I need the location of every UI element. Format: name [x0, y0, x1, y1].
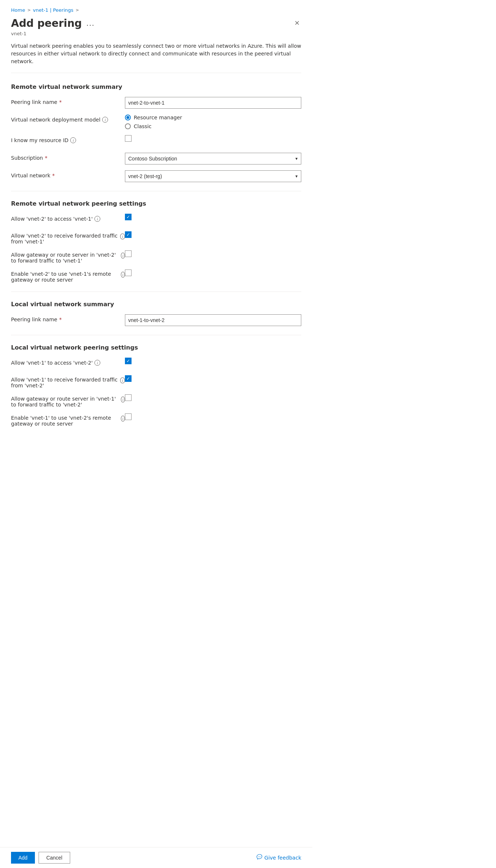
give-feedback-label[interactable]: Give feedback — [265, 855, 301, 861]
local-allow-gateway-checkbox[interactable] — [125, 394, 132, 401]
divider-1 — [11, 191, 301, 191]
remote-allow-access-control — [125, 214, 301, 220]
local-peering-link-input[interactable] — [125, 314, 301, 326]
allow-gateway-info-icon[interactable]: i — [121, 253, 125, 258]
remote-allow-forwarded-label: Allow 'vnet-2' to receive forwarded traf… — [11, 231, 125, 245]
page-header: Add peering ... × — [11, 17, 301, 29]
svg-point-1 — [259, 857, 260, 857]
divider-3 — [11, 335, 301, 335]
local-allow-access-checkbox[interactable] — [125, 358, 132, 364]
radio-resource-manager-label: Resource manager — [134, 115, 182, 120]
local-enable-gateway-row: Enable 'vnet-1' to use 'vnet-2's remote … — [11, 413, 301, 427]
subscription-label: Subscription * — [11, 153, 125, 161]
deployment-model-info-icon[interactable]: i — [102, 117, 108, 123]
remote-peering-settings-title: Remote virtual network peering settings — [11, 200, 301, 207]
local-peering-required-star: * — [59, 317, 62, 322]
enable-gateway-info-icon[interactable]: i — [121, 272, 125, 278]
subscription-select[interactable]: Contoso Subscription — [125, 153, 301, 164]
local-enable-gateway-label: Enable 'vnet-1' to use 'vnet-2's remote … — [11, 413, 125, 427]
local-enable-gateway-control — [125, 413, 301, 420]
deployment-model-control: Resource manager Classic — [125, 115, 301, 129]
resource-id-control — [125, 135, 301, 142]
remote-peering-link-input[interactable] — [125, 97, 301, 109]
subscription-control: Contoso Subscription ▾ — [125, 153, 301, 164]
deployment-model-label: Virtual network deployment model i — [11, 115, 125, 123]
remote-allow-access-checkbox[interactable] — [125, 214, 132, 220]
local-allow-forwarded-info-icon[interactable]: i — [120, 377, 125, 383]
resource-id-checkbox[interactable] — [125, 135, 132, 142]
local-allow-access-info-icon[interactable]: i — [94, 360, 100, 366]
local-allow-gateway-row: Allow gateway or route server in 'vnet-1… — [11, 394, 301, 408]
remote-allow-access-row: Allow 'vnet-2' to access 'vnet-1' i — [11, 214, 301, 225]
vnet-select[interactable]: vnet-2 (test-rg) — [125, 170, 301, 182]
vnet-required-star: * — [52, 173, 55, 178]
resource-id-info-icon[interactable]: i — [70, 137, 76, 143]
remote-allow-gateway-checkbox[interactable] — [125, 250, 132, 257]
local-peering-link-row: Peering link name * — [11, 314, 301, 326]
add-button[interactable]: Add — [11, 852, 35, 864]
breadcrumb-sep1: > — [27, 8, 30, 12]
local-allow-access-control — [125, 358, 301, 364]
local-allow-access-row: Allow 'vnet-1' to access 'vnet-2' i — [11, 358, 301, 369]
remote-peering-settings-section: Remote virtual network peering settings … — [11, 200, 301, 283]
page-subtitle: vnet-1 — [11, 31, 301, 36]
remote-allow-forwarded-checkbox[interactable] — [125, 231, 132, 238]
give-feedback-button[interactable]: Give feedback — [256, 854, 301, 861]
local-allow-forwarded-row: Allow 'vnet-1' to receive forwarded traf… — [11, 375, 301, 388]
divider-2 — [11, 292, 301, 292]
close-icon[interactable]: × — [293, 17, 301, 28]
allow-forwarded-info-icon[interactable]: i — [120, 234, 125, 239]
remote-enable-gateway-row: Enable 'vnet-2' to use 'vnet-1's remote … — [11, 270, 301, 283]
remote-summary-title: Remote virtual network summary — [11, 83, 301, 90]
footer: Add Cancel Give feedback — [0, 847, 312, 868]
radio-resource-manager[interactable]: Resource manager — [125, 115, 301, 120]
vnet-select-wrapper: vnet-2 (test-rg) ▾ — [125, 170, 301, 182]
virtual-network-row: Virtual network * vnet-2 (test-rg) ▾ — [11, 170, 301, 182]
remote-enable-gateway-control — [125, 270, 301, 276]
local-peering-link-label: Peering link name * — [11, 314, 125, 322]
remote-allow-access-label: Allow 'vnet-2' to access 'vnet-1' i — [11, 214, 125, 222]
remote-allow-gateway-control — [125, 250, 301, 257]
deployment-model-row: Virtual network deployment model i Resou… — [11, 115, 301, 129]
subscription-required-star: * — [45, 155, 47, 161]
remote-summary-section: Remote virtual network summary Peering l… — [11, 83, 301, 182]
breadcrumb-home[interactable]: Home — [11, 7, 25, 13]
local-summary-section: Local virtual network summary Peering li… — [11, 301, 301, 326]
radio-resource-manager-input[interactable] — [125, 115, 131, 120]
radio-classic[interactable]: Classic — [125, 123, 301, 129]
svg-point-2 — [260, 857, 260, 857]
subscription-select-wrapper: Contoso Subscription ▾ — [125, 153, 301, 164]
remote-allow-forwarded-row: Allow 'vnet-2' to receive forwarded traf… — [11, 231, 301, 245]
radio-classic-input[interactable] — [125, 123, 131, 129]
resource-id-label: I know my resource ID i — [11, 135, 125, 143]
remote-allow-gateway-row: Allow gateway or route server in 'vnet-2… — [11, 250, 301, 264]
local-allow-forwarded-checkbox[interactable] — [125, 375, 132, 382]
remote-allow-gateway-label: Allow gateway or route server in 'vnet-2… — [11, 250, 125, 264]
local-enable-gateway-info-icon[interactable]: i — [121, 416, 125, 422]
local-allow-access-label: Allow 'vnet-1' to access 'vnet-2' i — [11, 358, 125, 366]
virtual-network-control: vnet-2 (test-rg) ▾ — [125, 170, 301, 182]
local-enable-gateway-checkbox[interactable] — [125, 413, 132, 420]
footer-buttons: Add Cancel — [11, 852, 70, 864]
remote-allow-forwarded-control — [125, 231, 301, 238]
radio-classic-label: Classic — [134, 123, 151, 129]
remote-enable-gateway-label: Enable 'vnet-2' to use 'vnet-1's remote … — [11, 270, 125, 283]
subscription-row: Subscription * Contoso Subscription ▾ — [11, 153, 301, 164]
cancel-button[interactable]: Cancel — [39, 852, 70, 864]
local-allow-gateway-info-icon[interactable]: i — [121, 397, 125, 402]
remote-peering-link-control — [125, 97, 301, 109]
remote-enable-gateway-checkbox[interactable] — [125, 270, 132, 276]
svg-point-0 — [258, 857, 259, 857]
local-peering-settings-section: Local virtual network peering settings A… — [11, 344, 301, 427]
local-peering-settings-title: Local virtual network peering settings — [11, 344, 301, 351]
page-description: Virtual network peering enables you to s… — [11, 42, 301, 73]
more-options-icon[interactable]: ... — [86, 19, 95, 27]
remote-peering-link-row: Peering link name * — [11, 97, 301, 109]
local-summary-title: Local virtual network summary — [11, 301, 301, 308]
local-allow-forwarded-control — [125, 375, 301, 382]
resource-id-row: I know my resource ID i — [11, 135, 301, 147]
allow-access-info-icon[interactable]: i — [94, 216, 100, 222]
virtual-network-label: Virtual network * — [11, 170, 125, 178]
local-peering-link-control — [125, 314, 301, 326]
breadcrumb-vnet[interactable]: vnet-1 | Peerings — [33, 7, 73, 13]
